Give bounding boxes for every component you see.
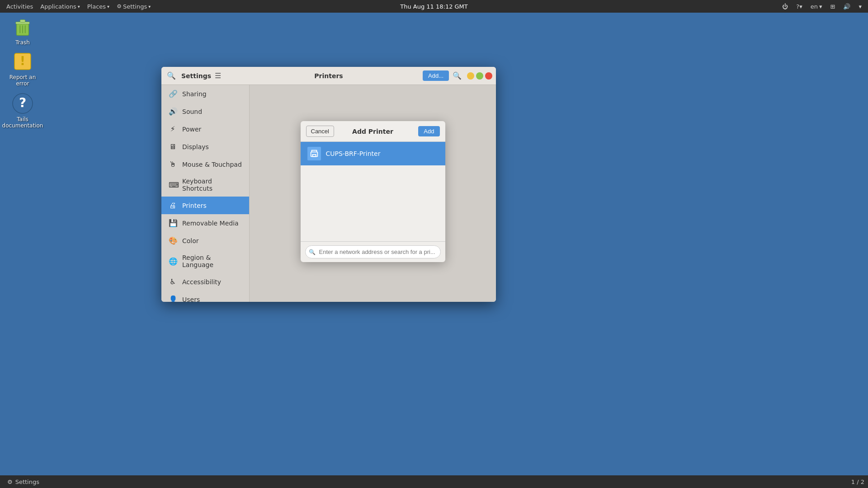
sidebar-item-mouse-touchpad[interactable]: 🖱 Mouse & Touchpad	[161, 155, 249, 173]
titlebar-left: 🔍 Settings ☰	[165, 70, 225, 82]
sidebar-item-accessibility[interactable]: ♿ Accessibility	[161, 273, 249, 291]
sidebar-label-removable-media: Removable Media	[182, 220, 239, 227]
sidebar-label-accessibility: Accessibility	[182, 278, 221, 286]
dialog-add-button[interactable]: Add	[418, 126, 439, 136]
minimize-button[interactable]: –	[467, 72, 474, 80]
users-icon: 👤	[169, 295, 177, 302]
places-menu[interactable]: Places ▾	[85, 2, 112, 11]
dialog-header: Cancel Add Printer Add	[301, 121, 445, 142]
printer-list: CUPS-BRF-Printer	[301, 142, 445, 241]
places-arrow: ▾	[107, 4, 109, 9]
system-menu[interactable]: ▾	[856, 2, 864, 11]
sidebar-item-power[interactable]: ⚡ Power	[161, 120, 249, 138]
settings-sidebar: 🔗 Sharing 🔊 Sound ⚡ Power 🖥 Displays 🖱 M…	[161, 85, 250, 302]
titlebar-right: Add... 🔍 – □ ×	[423, 70, 492, 82]
trash-icon-image	[12, 16, 33, 38]
network-icon[interactable]: ⊞	[828, 2, 838, 11]
removable-media-icon: 💾	[169, 219, 177, 227]
printer-name: CUPS-BRF-Printer	[326, 150, 381, 157]
sidebar-item-region-language[interactable]: 🌐 Region & Language	[161, 249, 249, 273]
displays-icon: 🖥	[169, 142, 177, 151]
svg-text:?: ?	[19, 95, 26, 110]
accessibility-icon: ♿	[169, 277, 177, 286]
add-printer-dialog: Cancel Add Printer Add	[301, 121, 445, 262]
trash-label: Trash	[15, 39, 30, 46]
window-titlebar: 🔍 Settings ☰ Printers Add... 🔍 – □ ×	[161, 67, 496, 85]
printers-icon: 🖨	[169, 201, 177, 210]
activities-button[interactable]: Activities	[4, 2, 36, 11]
keyboard-icon: ⌨	[169, 181, 177, 189]
dialog-cancel-button[interactable]: Cancel	[306, 126, 334, 137]
applications-arrow: ▾	[78, 4, 80, 9]
power-icon[interactable]: ⏻	[779, 2, 791, 11]
sidebar-item-displays[interactable]: 🖥 Displays	[161, 138, 249, 155]
report-error-icon[interactable]: ! Report an error	[5, 51, 41, 87]
sidebar-item-removable-media[interactable]: 💾 Removable Media	[161, 214, 249, 232]
region-icon: 🌐	[169, 257, 177, 266]
sidebar-label-power: Power	[182, 126, 201, 133]
dialog-title: Add Printer	[352, 128, 393, 135]
color-icon: 🎨	[169, 236, 177, 245]
titlebar-settings-label: Settings	[181, 72, 211, 80]
sidebar-label-sound: Sound	[182, 108, 202, 115]
topbar-right: ⏻ ?▾ en ▾ ⊞ 🔊 ▾	[779, 2, 864, 11]
sidebar-item-sharing[interactable]: 🔗 Sharing	[161, 85, 249, 103]
sidebar-item-printers[interactable]: 🖨 Printers	[161, 197, 249, 214]
taskbar-page-indicator: 1 / 2	[851, 479, 864, 485]
svg-text:!: !	[20, 54, 25, 68]
sidebar-label-mouse: Mouse & Touchpad	[182, 161, 242, 168]
topbar-datetime: Thu Aug 11 18:12 GMT	[400, 3, 468, 10]
add-printer-button[interactable]: Add...	[423, 70, 449, 81]
sound-icon: 🔊	[169, 107, 177, 116]
titlebar-section-title: Printers	[314, 72, 343, 80]
maximize-button[interactable]: □	[476, 72, 483, 80]
dialog-search-area	[301, 241, 445, 262]
settings-menu[interactable]: ⚙ Settings ▾	[114, 2, 153, 11]
tails-doc-icon[interactable]: ? Tails documentation	[5, 93, 41, 129]
list-item[interactable]: CUPS-BRF-Printer	[301, 142, 445, 165]
applications-menu[interactable]: Applications ▾	[38, 2, 82, 11]
search-input[interactable]	[305, 245, 441, 258]
sidebar-label-displays: Displays	[182, 143, 209, 150]
sidebar-label-keyboard: Keyboard Shortcuts	[182, 178, 242, 192]
hamburger-menu-button[interactable]: ☰	[211, 70, 225, 82]
svg-rect-11	[312, 155, 316, 157]
help-icon[interactable]: ?▾	[793, 2, 805, 11]
taskbar: ⚙ Settings 1 / 2	[0, 475, 868, 488]
sidebar-item-color[interactable]: 🎨 Color	[161, 232, 249, 249]
sidebar-label-color: Color	[182, 237, 199, 244]
dialog-overlay: Cancel Add Printer Add	[250, 85, 496, 302]
tails-doc-image: ?	[12, 93, 33, 114]
close-button[interactable]: ×	[485, 72, 492, 80]
sidebar-label-users: Users	[182, 296, 200, 302]
topbar-left: Activities Applications ▾ Places ▾ ⚙ Set…	[4, 2, 153, 11]
gear-icon: ⚙	[7, 479, 13, 485]
sidebar-label-printers: Printers	[182, 202, 207, 209]
settings-arrow: ▾	[148, 4, 151, 9]
sidebar-label-region: Region & Language	[182, 254, 242, 268]
sidebar-item-users[interactable]: 👤 Users	[161, 291, 249, 302]
sidebar-item-keyboard-shortcuts[interactable]: ⌨ Keyboard Shortcuts	[161, 173, 249, 197]
power-settings-icon: ⚡	[169, 125, 177, 133]
language-selector[interactable]: en ▾	[808, 2, 825, 11]
tails-doc-label: Tails documentation	[2, 116, 43, 129]
topbar: Activities Applications ▾ Places ▾ ⚙ Set…	[0, 0, 868, 13]
taskbar-settings-label: Settings	[15, 479, 39, 485]
printer-small-icon	[307, 146, 321, 161]
titlebar-search-button[interactable]: 🔍	[165, 70, 178, 82]
report-error-image: !	[12, 51, 33, 72]
settings-window: 🔍 Settings ☰ Printers Add... 🔍 – □ × 🔗 S…	[161, 67, 496, 302]
volume-icon[interactable]: 🔊	[840, 2, 853, 11]
window-body: 🔗 Sharing 🔊 Sound ⚡ Power 🖥 Displays 🖱 M…	[161, 85, 496, 302]
mouse-icon: 🖱	[169, 160, 177, 169]
sidebar-item-sound[interactable]: 🔊 Sound	[161, 103, 249, 120]
trash-icon-desktop[interactable]: Trash	[5, 16, 41, 46]
svg-rect-2	[20, 20, 25, 23]
search-wrapper	[305, 245, 441, 258]
titlebar-main-search[interactable]: 🔍	[451, 70, 463, 82]
main-content-area: Cancel Add Printer Add	[250, 85, 496, 302]
sidebar-label-sharing: Sharing	[182, 90, 207, 98]
taskbar-settings-item[interactable]: ⚙ Settings	[4, 478, 43, 486]
sharing-icon: 🔗	[169, 89, 177, 98]
report-error-label: Report an error	[5, 74, 41, 87]
